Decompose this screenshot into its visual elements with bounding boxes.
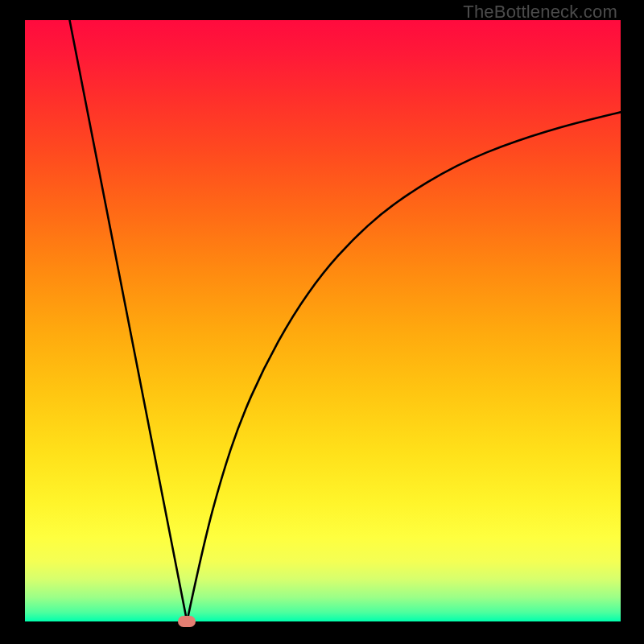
minimum-marker — [178, 616, 196, 626]
chart-frame: TheBottleneck.com — [0, 0, 644, 644]
curve-left-branch — [70, 20, 188, 621]
curve-overlay — [0, 0, 644, 644]
curve-right-branch — [187, 112, 621, 621]
